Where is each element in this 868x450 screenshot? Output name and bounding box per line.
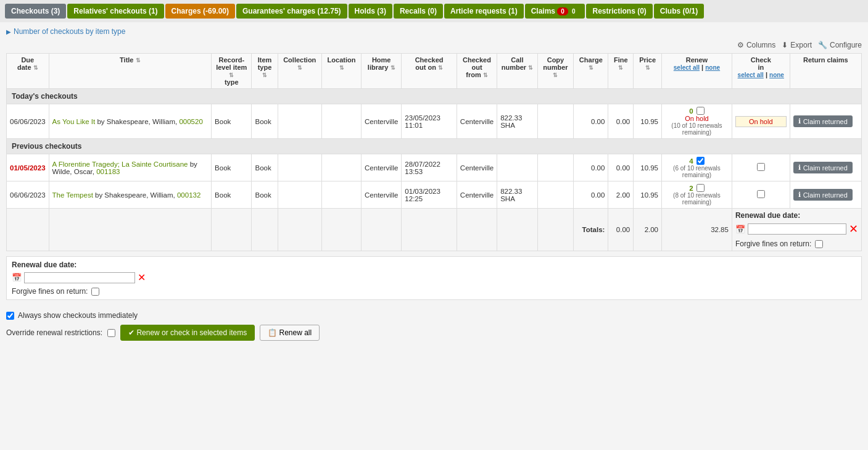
forgive-fines-label: Forgive fines on return: <box>12 287 88 296</box>
renewal-due-label: Renewal due date: <box>735 211 858 220</box>
col-call-number: Callnumber ⇅ <box>497 54 538 89</box>
cell-price: 10.95 <box>634 104 662 139</box>
totals-charge: 0.00 <box>608 209 634 251</box>
cell-call-number: 822.33 SHA <box>497 181 538 209</box>
tab-article-requests[interactable]: Article requests (1) <box>444 4 524 19</box>
cell-checked-out-on: 01/03/2023 12:25 <box>402 181 457 209</box>
info-icon: ℹ <box>798 117 801 125</box>
tab-claims[interactable]: Claims 00 <box>525 4 585 19</box>
claim-returned-button[interactable]: ℹ Claim returned <box>793 115 853 127</box>
checkin-checkbox[interactable] <box>757 190 765 198</box>
export-button[interactable]: ⬇ Export <box>782 41 812 49</box>
title-id[interactable]: 000520 <box>179 118 202 125</box>
tab-charges[interactable]: Charges (-69.00) <box>165 4 235 19</box>
renewal-date-input[interactable] <box>24 272 135 283</box>
table-row: 06/06/2023The Tempest by Shakespeare, Wi… <box>7 181 862 209</box>
always-show-checkbox[interactable] <box>6 312 14 320</box>
number-by-type[interactable]: Number of checkouts by item type <box>6 27 862 36</box>
renew-selected-button[interactable]: ✔ Renew or check in selected items <box>120 325 255 341</box>
renew-count: 0 <box>689 107 693 115</box>
cell-due-date: 06/06/2023 <box>7 104 49 139</box>
renew-select-all[interactable]: select all <box>674 64 700 71</box>
renewal-date-field[interactable] <box>748 223 846 235</box>
renew-checkbox[interactable] <box>696 107 705 115</box>
tabs-bar: Checkouts (3)Relatives' checkouts (1)Cha… <box>0 0 868 22</box>
col-collection: Collection ⇅ <box>278 54 321 89</box>
table-row: 06/06/2023As You Like It by Shakespeare,… <box>7 104 862 139</box>
cell-item-type: Book <box>252 181 278 209</box>
renew-checkbox[interactable] <box>696 184 705 192</box>
cell-charge: 0.00 <box>574 181 608 209</box>
totals-row: Totals:0.002.0032.85 Renewal due date: 📅… <box>7 209 862 251</box>
cell-check-in: On hold <box>732 104 790 139</box>
clear-date-btn[interactable]: ✕ <box>849 222 858 236</box>
tab-recalls[interactable]: Recalls (0) <box>394 4 443 19</box>
cell-location <box>321 181 361 209</box>
cell-collection <box>278 104 321 139</box>
cell-copy-number <box>537 154 574 181</box>
cell-copy-number <box>537 181 574 209</box>
configure-button[interactable]: 🔧 Configure <box>818 41 862 49</box>
title-link[interactable]: As You Like It <box>52 118 96 125</box>
title-link[interactable]: A Florentine Tragedy; La Sainte Courtisa… <box>52 160 188 168</box>
title-link[interactable]: The Tempest <box>52 191 93 199</box>
toolbar: ⚙ Columns ⬇ Export 🔧 Configure <box>6 41 862 49</box>
totals-label: Totals: <box>574 209 608 251</box>
cell-collection <box>278 181 321 209</box>
checkin-select-all[interactable]: select all <box>738 72 764 78</box>
tab-relatives-checkouts[interactable]: Relatives' checkouts (1) <box>67 4 163 19</box>
cell-record-level-item-type: Book <box>212 104 252 139</box>
renew-info: (6 of 10 renewals remaining) <box>665 165 729 178</box>
override-checkbox[interactable] <box>107 329 115 337</box>
bottom-bar: Always show checkouts immediately Overri… <box>0 305 868 347</box>
cell-copy-number <box>537 104 574 139</box>
renew-all-button[interactable]: 📋 Renew all <box>260 325 320 341</box>
cell-home-library: Centerville <box>362 181 402 209</box>
renew-info: (8 of 10 renewals remaining) <box>665 192 729 206</box>
cell-call-number: 822.33 SHA <box>497 104 538 139</box>
tab-checkouts[interactable]: Checkouts (3) <box>5 4 66 19</box>
cell-return-claims: ℹ Claim returned <box>790 181 861 209</box>
claim-returned-button[interactable]: ℹ Claim returned <box>793 162 853 173</box>
cell-charge: 0.00 <box>574 154 608 181</box>
cell-fine: 0.00 <box>608 154 634 181</box>
cell-call-number <box>497 154 538 181</box>
totals-renewal-section: Renewal due date: 📅 ✕ Forgive fines on r… <box>732 209 861 251</box>
content-area: Number of checkouts by item type ⚙ Colum… <box>0 22 868 305</box>
col-check-in: Checkin select all | none <box>732 54 790 89</box>
table-row: 01/05/2023A Florentine Tragedy; La Saint… <box>7 154 862 181</box>
title-id[interactable]: 001183 <box>96 168 120 175</box>
clear-date-icon[interactable]: ✕ <box>138 272 146 283</box>
renew-select-none[interactable]: none <box>705 64 720 71</box>
claim-returned-button[interactable]: ℹ Claim returned <box>793 189 853 201</box>
col-renew: Renew select all | none <box>662 54 732 89</box>
forgive-checkbox[interactable] <box>815 240 823 248</box>
col-checked-out-from: Checkedoutfrom ⇅ <box>457 54 497 89</box>
checkin-checkbox[interactable] <box>757 163 765 171</box>
check-icon: ✔ <box>128 328 134 337</box>
override-label: Override renewal restrictions: <box>6 328 102 337</box>
on-hold-label: On hold <box>665 115 729 122</box>
col-fine: Fine ⇅ <box>608 54 634 89</box>
checkin-select-none[interactable]: none <box>769 72 784 78</box>
table-wrap: Duedate ⇅ Title ⇅ Record-level item ⇅typ… <box>6 53 862 251</box>
tab-restrictions[interactable]: Restrictions (0) <box>586 4 652 19</box>
forgive-fines-checkbox[interactable] <box>91 288 99 296</box>
col-title: Title ⇅ <box>49 54 212 89</box>
columns-button[interactable]: ⚙ Columns <box>737 41 775 49</box>
cell-home-library: Centerville <box>362 154 402 181</box>
cell-price: 10.95 <box>634 181 662 209</box>
forgive-fines-row: Forgive fines on return: <box>12 287 856 296</box>
col-location: Location ⇅ <box>321 54 361 89</box>
tab-holds[interactable]: Holds (3) <box>349 4 392 19</box>
override-row: Override renewal restrictions: ✔ Renew o… <box>6 325 862 341</box>
tab-guarantees-charges[interactable]: Guarantees' charges (12.75) <box>236 4 347 19</box>
title-id[interactable]: 000132 <box>177 191 200 199</box>
always-show-label: Always show checkouts immediately <box>18 311 138 320</box>
renew-checkbox[interactable] <box>696 157 705 165</box>
section-todays-checkouts: Today's checkouts <box>7 89 862 104</box>
renew-all-icon: 📋 <box>268 328 277 337</box>
tab-clubs[interactable]: Clubs (0/1) <box>654 4 704 19</box>
cell-check-in <box>732 154 790 181</box>
renew-count: 4 <box>689 157 693 165</box>
